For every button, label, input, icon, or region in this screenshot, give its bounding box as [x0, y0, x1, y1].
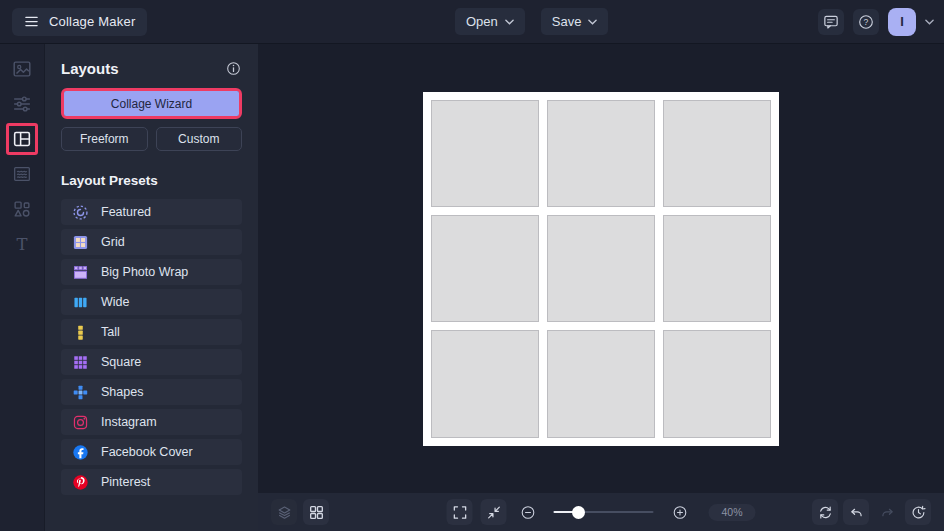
collage-wizard-button[interactable]: Collage Wizard	[64, 91, 239, 116]
chat-icon	[822, 13, 840, 31]
app-title: Collage Maker	[49, 14, 135, 29]
collage-cell[interactable]	[431, 330, 539, 437]
redo-icon	[879, 504, 896, 521]
layers-button[interactable]	[271, 499, 297, 525]
collage-cell[interactable]	[431, 215, 539, 322]
toolbar-right-group	[812, 499, 931, 525]
photo-icon	[11, 58, 33, 80]
wide-icon	[72, 294, 89, 311]
collage-cell[interactable]	[663, 100, 771, 207]
save-button[interactable]: Save	[541, 8, 609, 35]
collage-canvas	[423, 92, 779, 446]
preset-facebook[interactable]: Facebook Cover	[61, 439, 242, 465]
tool-rail: T	[0, 44, 44, 531]
collage-cell[interactable]	[547, 215, 655, 322]
fullscreen-button[interactable]	[447, 499, 473, 525]
preset-label: Pinterest	[101, 475, 150, 489]
text-icon: T	[11, 233, 33, 255]
plus-circle-icon	[671, 504, 688, 521]
adjust-icon	[11, 93, 33, 115]
preset-pinterest[interactable]: Pinterest	[61, 469, 242, 495]
info-icon[interactable]	[225, 60, 242, 77]
hamburger-menu-icon[interactable]	[24, 14, 39, 29]
preset-square[interactable]: Square	[61, 349, 242, 375]
open-button[interactable]: Open	[455, 8, 525, 35]
zoom-level-readout: 40%	[709, 504, 756, 521]
chevron-down-icon	[588, 19, 597, 25]
regenerate-button[interactable]	[812, 499, 838, 525]
account-area: ? I	[818, 8, 944, 36]
preset-label: Shapes	[101, 385, 143, 399]
top-bar: Collage Maker Open Save ? I	[0, 0, 944, 44]
preset-instagram[interactable]: Instagram	[61, 409, 242, 435]
undo-icon	[848, 504, 865, 521]
rail-item-adjust[interactable]	[4, 86, 40, 121]
fit-to-screen-button[interactable]	[481, 499, 507, 525]
fit-screen-icon	[485, 504, 502, 521]
panel-header: Layouts	[61, 58, 242, 78]
collage-maker-app: Collage Maker Open Save ? I	[0, 0, 944, 531]
history-button[interactable]	[905, 499, 931, 525]
freeform-button[interactable]: Freeform	[61, 127, 148, 151]
preset-wide[interactable]: Wide	[61, 289, 242, 315]
preset-label: Big Photo Wrap	[101, 265, 188, 279]
zoom-slider[interactable]	[554, 505, 654, 519]
collage-cell[interactable]	[547, 330, 655, 437]
custom-button[interactable]: Custom	[156, 127, 243, 151]
zoom-in-button[interactable]	[667, 499, 693, 525]
bottom-toolbar: 40%	[258, 493, 944, 531]
pinterest-icon	[72, 474, 89, 491]
graphics-icon	[11, 198, 33, 220]
expand-icon	[451, 504, 468, 521]
canvas-area	[258, 44, 944, 493]
collage-cell[interactable]	[431, 100, 539, 207]
zoom-slider-knob[interactable]	[572, 506, 585, 519]
feedback-button[interactable]	[818, 9, 844, 35]
rail-item-layouts[interactable]	[6, 123, 38, 155]
help-button[interactable]: ?	[853, 9, 879, 35]
preset-big-photo-wrap[interactable]: Big Photo Wrap	[61, 259, 242, 285]
preset-label: Square	[101, 355, 141, 369]
collage-cell[interactable]	[547, 100, 655, 207]
avatar-initial: I	[900, 14, 904, 29]
history-icon	[910, 504, 927, 521]
rail-item-graphics[interactable]	[4, 191, 40, 226]
preset-shapes[interactable]: Shapes	[61, 379, 242, 405]
collage-wizard-highlight: Collage Wizard	[61, 88, 242, 119]
file-actions: Open Save	[455, 8, 608, 35]
zoom-out-button[interactable]	[515, 499, 541, 525]
undo-button[interactable]	[843, 499, 869, 525]
stage-column: 40%	[258, 44, 944, 531]
layouts-icon	[11, 128, 33, 150]
grid-icon	[72, 234, 89, 251]
account-menu-chevron[interactable]	[925, 19, 934, 25]
square-icon	[72, 354, 89, 371]
layers-icon	[276, 504, 293, 521]
rail-item-frames[interactable]	[4, 156, 40, 191]
preset-label: Featured	[101, 205, 151, 219]
panel-title: Layouts	[61, 60, 119, 77]
help-icon: ?	[857, 13, 875, 31]
tall-icon	[72, 324, 89, 341]
collage-cell[interactable]	[663, 215, 771, 322]
preset-label: Grid	[101, 235, 125, 249]
big-photo-wrap-icon	[72, 264, 89, 281]
preset-label: Wide	[101, 295, 129, 309]
preset-tall[interactable]: Tall	[61, 319, 242, 345]
svg-text:T: T	[16, 234, 27, 253]
rail-item-text[interactable]: T	[4, 226, 40, 261]
rail-item-photo[interactable]	[4, 51, 40, 86]
preset-featured[interactable]: Featured	[61, 199, 242, 225]
preset-grid[interactable]: Grid	[61, 229, 242, 255]
svg-text:?: ?	[864, 17, 869, 27]
collage-cell[interactable]	[663, 330, 771, 437]
workspace: T Layouts Collage Wizard Freeform Custom…	[0, 44, 944, 531]
main-menu-button[interactable]: Collage Maker	[12, 8, 147, 36]
redo-button[interactable]	[874, 499, 900, 525]
collage-manager-button[interactable]	[303, 499, 329, 525]
avatar[interactable]: I	[888, 8, 916, 36]
refresh-icon	[817, 504, 834, 521]
chevron-down-icon	[925, 19, 934, 25]
chevron-down-icon	[505, 19, 514, 25]
shapes-icon	[72, 384, 89, 401]
